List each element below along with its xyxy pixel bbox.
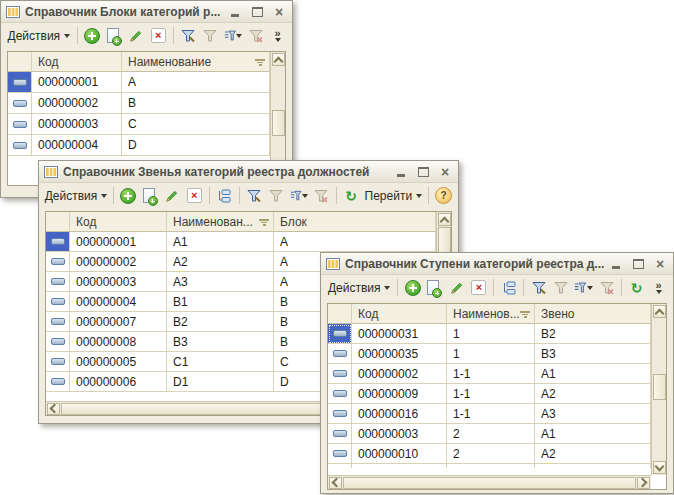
column-header-code[interactable]: Код — [70, 212, 167, 232]
table-row[interactable]: 000000009 1-1 A2 — [328, 384, 651, 404]
close-button[interactable]: × — [438, 164, 452, 179]
filter-dropdown-button[interactable] — [222, 25, 244, 46]
edit-button[interactable] — [446, 277, 467, 298]
add-copy-button[interactable] — [140, 185, 161, 206]
filter-by-value-button[interactable] — [266, 185, 287, 206]
row-marker-cell[interactable] — [328, 444, 352, 464]
refresh-button[interactable]: ↻ — [626, 277, 647, 298]
cell-code[interactable]: 000000003 — [32, 114, 122, 135]
cell-code[interactable]: 000000001 — [70, 232, 167, 252]
filter-by-value-button[interactable] — [550, 277, 571, 298]
scroll-up-button[interactable] — [272, 53, 285, 66]
refresh-button[interactable]: ↻ — [341, 185, 362, 206]
column-header-code[interactable]: Код — [32, 52, 122, 72]
column-header-code[interactable]: Код — [352, 304, 447, 324]
close-button[interactable]: × — [272, 4, 286, 19]
table-row[interactable]: 000000002 B — [8, 93, 270, 114]
add-button[interactable] — [118, 185, 139, 206]
titlebar[interactable]: Справочник Ступени категорий реестра д..… — [321, 253, 673, 275]
filter-dropdown-button[interactable] — [288, 185, 310, 206]
cell-code[interactable]: 000000010 — [352, 444, 447, 464]
table-row[interactable]: 000000001 A1 A — [46, 232, 436, 252]
cell-code[interactable]: 000000006 — [70, 372, 167, 392]
cell-code[interactable]: 000000002 — [352, 364, 447, 384]
table-row[interactable]: 000000003 2 A1 — [328, 424, 651, 444]
row-marker-cell[interactable] — [328, 364, 352, 384]
column-header-name[interactable]: Наименование — [122, 52, 270, 72]
scroll-up-button[interactable] — [653, 305, 666, 318]
row-marker-cell[interactable] — [328, 384, 352, 404]
scroll-thumb[interactable] — [343, 477, 636, 489]
delete-button[interactable]: × — [468, 277, 489, 298]
row-marker-cell[interactable] — [328, 344, 352, 364]
row-marker-cell[interactable] — [8, 93, 32, 114]
actions-menu-button[interactable]: Действия — [43, 185, 109, 206]
cell-name[interactable]: 1-1 — [447, 404, 535, 424]
hierarchy-view-button[interactable] — [498, 277, 519, 298]
scroll-right-button[interactable] — [637, 477, 650, 489]
goto-menu-button[interactable]: Перейти — [363, 185, 424, 206]
filter-dropdown-button[interactable] — [572, 277, 595, 298]
cell-code[interactable]: 000000004 — [32, 135, 122, 156]
table-row[interactable]: 000000004 D — [8, 135, 270, 156]
add-button[interactable] — [402, 277, 423, 298]
cell-link[interactable]: A2 — [535, 444, 651, 464]
set-filter-button[interactable] — [244, 185, 265, 206]
row-marker-cell[interactable] — [46, 312, 70, 332]
column-header-name[interactable]: Наименов... — [447, 304, 535, 324]
toolbar-overflow-button[interactable]: » — [267, 25, 288, 46]
scroll-up-button[interactable] — [438, 213, 451, 226]
cell-name[interactable]: 1-1 — [447, 364, 535, 384]
column-header-name[interactable]: Наименован... — [167, 212, 274, 232]
cell-name[interactable]: 2 — [447, 444, 535, 464]
cell-name[interactable]: C1 — [167, 352, 274, 372]
cell-code[interactable]: 000000008 — [70, 332, 167, 352]
column-header-link[interactable]: Звено — [535, 304, 651, 324]
add-button[interactable] — [82, 25, 103, 46]
cell-name[interactable]: D — [122, 135, 270, 156]
set-filter-button[interactable] — [178, 25, 199, 46]
cell-code[interactable]: 000000003 — [70, 272, 167, 292]
cell-code[interactable]: 000000002 — [32, 93, 122, 114]
row-marker-cell[interactable] — [46, 352, 70, 372]
cell-name[interactable]: 2 — [447, 424, 535, 444]
cell-code[interactable]: 000000016 — [352, 404, 447, 424]
cell-block[interactable]: A — [274, 232, 436, 252]
cell-link[interactable]: A1 — [535, 364, 651, 384]
table-row[interactable]: 000000001 A — [8, 72, 270, 93]
row-marker-cell[interactable] — [8, 72, 32, 93]
cell-code[interactable]: 000000003 — [352, 424, 447, 444]
cell-code[interactable]: 000000007 — [70, 312, 167, 332]
toolbar-overflow-button[interactable]: » — [648, 277, 669, 298]
row-marker-cell[interactable] — [8, 114, 32, 135]
edit-button[interactable] — [126, 25, 147, 46]
clear-filter-button[interactable] — [596, 277, 617, 298]
row-marker-cell[interactable] — [328, 424, 352, 444]
cell-code[interactable]: 000000001 — [32, 72, 122, 93]
cell-name[interactable]: 1 — [447, 344, 535, 364]
clear-filter-button[interactable] — [245, 25, 266, 46]
table-row[interactable]: 000000003 C — [8, 114, 270, 135]
close-button[interactable]: × — [653, 256, 667, 271]
cell-link[interactable]: A1 — [535, 424, 651, 444]
row-marker-cell[interactable] — [328, 324, 352, 344]
maximize-button[interactable] — [250, 4, 264, 19]
titlebar[interactable]: Справочник Блоки категорий р... × — [1, 1, 292, 23]
cell-name[interactable]: A — [122, 72, 270, 93]
cell-name[interactable]: B3 — [167, 332, 274, 352]
table-row[interactable]: 000000035 1 B3 — [328, 344, 651, 364]
cell-code[interactable]: 000000002 — [70, 252, 167, 272]
delete-button[interactable]: × — [148, 25, 169, 46]
scroll-thumb[interactable] — [272, 110, 285, 136]
row-marker-cell[interactable] — [46, 372, 70, 392]
horizontal-scrollbar[interactable] — [328, 475, 651, 489]
cell-name[interactable]: D1 — [167, 372, 274, 392]
cell-name[interactable]: A3 — [167, 272, 274, 292]
cell-code[interactable]: 000000009 — [352, 384, 447, 404]
cell-code[interactable]: 000000005 — [70, 352, 167, 372]
cell-name[interactable]: B — [122, 93, 270, 114]
row-marker-cell[interactable] — [46, 272, 70, 292]
scroll-down-button[interactable] — [653, 461, 666, 474]
cell-link[interactable]: A3 — [535, 404, 651, 424]
delete-button[interactable]: × — [184, 185, 205, 206]
